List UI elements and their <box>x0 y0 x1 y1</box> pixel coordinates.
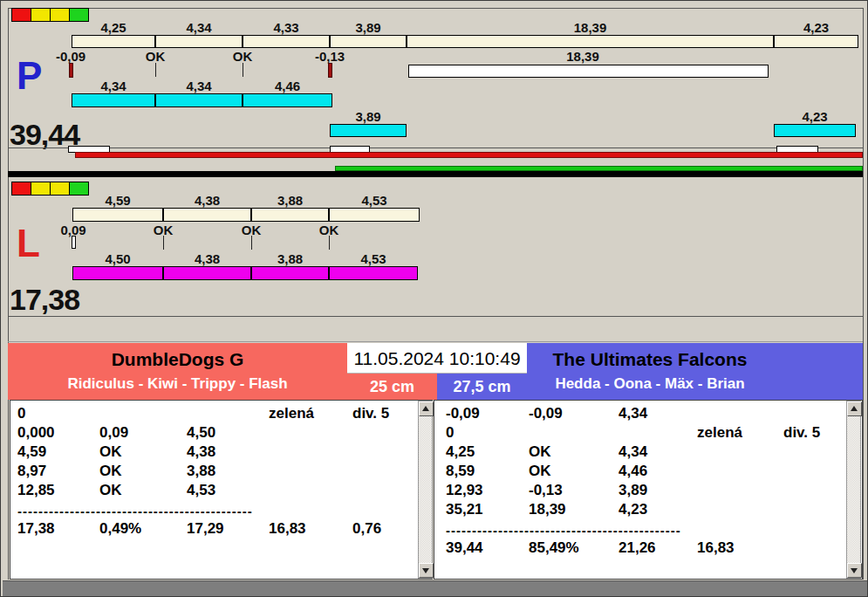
table-cell: div. 5 <box>783 424 820 442</box>
split-time-label: 4,34 <box>155 20 243 35</box>
table-cell: -0,13 <box>529 482 563 499</box>
fault-tick <box>155 63 156 77</box>
split-time-label: 4,33 <box>243 20 330 35</box>
timing-app-window: P 39,44 4,254,344,333,8918,394,23-0,09OK… <box>0 0 868 597</box>
split-bar-segment <box>72 35 155 48</box>
table-cell: 0,09 <box>99 424 128 442</box>
split-bar-segment <box>407 35 774 48</box>
red-bar <box>75 152 863 158</box>
table-cell: 4,38 <box>187 443 215 461</box>
traffic-light-yellow-2 <box>51 182 70 195</box>
split-bar-segment <box>72 93 155 107</box>
table-cell: 4,23 <box>619 501 647 518</box>
traffic-light-yellow-1 <box>31 182 51 195</box>
table-cell: 0,49% <box>99 520 141 538</box>
traffic-light-green <box>70 9 88 21</box>
table-cell: 0,76 <box>352 520 381 538</box>
table-cell: 4,59 <box>17 443 46 461</box>
scrollbar-right[interactable] <box>846 401 861 579</box>
fault-tick <box>163 236 164 250</box>
table-cell: 4,50 <box>187 424 215 442</box>
table-cell: 4,34 <box>619 405 647 422</box>
split-time-label: 18,39 <box>407 20 774 35</box>
p-total-time: 39,44 <box>10 120 79 149</box>
p-lane-label: P <box>17 57 42 95</box>
scroll-up-button[interactable] <box>419 401 434 416</box>
split-bar-segment <box>243 35 330 48</box>
single-time-bar <box>774 124 856 137</box>
table-cell: 17,29 <box>187 520 224 538</box>
separator-line <box>8 148 863 148</box>
green-bar <box>335 166 863 171</box>
split-time-label: 4,50 <box>72 251 163 266</box>
fault-label: OK <box>116 49 195 64</box>
team-name-left: DumbleDogs G <box>8 349 347 370</box>
split-bar-segment <box>330 35 407 48</box>
status-bar <box>3 580 867 597</box>
split-time-label: 4,38 <box>163 193 251 208</box>
traffic-light-red <box>12 182 31 195</box>
table-cell: 35,21 <box>446 501 483 518</box>
scroll-down-button[interactable] <box>419 563 434 578</box>
traffic-light-red <box>12 9 31 21</box>
table-cell: OK <box>529 463 551 480</box>
scroll-up-button[interactable] <box>847 401 862 416</box>
split-time-label: 4,53 <box>329 251 418 266</box>
split-bar-segment <box>243 93 332 107</box>
fault-tick <box>329 236 330 250</box>
split-bar-segment <box>155 35 243 48</box>
fault-label: 18,39 <box>543 49 622 64</box>
split-time-label: 4,23 <box>774 20 858 35</box>
split-bar-segment <box>163 266 251 280</box>
split-bar-segment <box>163 208 251 222</box>
l-total-time: 17,38 <box>10 285 79 314</box>
timestamp-box: 11.05.2024 10:10:49 <box>347 343 527 374</box>
fault-label: -0,13 <box>290 49 369 64</box>
scrollbar-left[interactable] <box>418 401 433 579</box>
split-bar-segment <box>329 208 420 222</box>
table-cell: 39,44 <box>446 539 483 557</box>
table-cell: 8,97 <box>17 463 46 480</box>
fault-label: OK <box>124 223 202 237</box>
table-cell: OK <box>99 443 122 461</box>
frame-top-line <box>8 8 864 9</box>
table-cell: 4,34 <box>619 443 647 461</box>
split-time-label: 3,89 <box>330 20 407 35</box>
table-cell: OK <box>529 443 551 461</box>
section-divider-line <box>8 341 863 342</box>
frame-right-line <box>863 8 864 580</box>
results-table-left: 0zelenádiv. 50,0000,094,504,59OK4,388,97… <box>10 400 433 580</box>
l-traffic-lights <box>11 182 89 196</box>
table-cell: zelená <box>269 405 314 422</box>
traffic-light-yellow-1 <box>31 9 51 21</box>
team-dogs-left: Ridiculus - Kiwi - Trippy - Flash <box>8 375 347 393</box>
split-bar-segment <box>774 35 858 48</box>
fault-tick <box>243 63 243 77</box>
split-bar-segment <box>251 266 329 280</box>
scroll-down-button[interactable] <box>847 563 862 578</box>
split-bar-segment <box>72 208 163 222</box>
table-cell: -0,09 <box>529 405 563 422</box>
separator-line <box>8 316 863 317</box>
fault-tick-white <box>72 236 76 249</box>
table-cell: 0,000 <box>17 424 55 442</box>
split-bar-segment <box>329 266 418 280</box>
table-cell: 0 <box>17 405 25 422</box>
single-time-label: 4,23 <box>774 109 856 124</box>
table-separator-row: ----------------------------------------… <box>17 504 279 518</box>
table-separator-row: ----------------------------------------… <box>446 523 707 538</box>
triangle-up-icon <box>422 406 429 411</box>
table-cell: 12,85 <box>17 482 55 499</box>
split-bar-segment <box>155 93 243 107</box>
split-time-label: 4,34 <box>155 79 243 93</box>
table-cell: 3,88 <box>187 463 215 480</box>
split-time-label: 4,25 <box>72 20 155 35</box>
table-cell: div. 5 <box>352 405 389 422</box>
white-bar <box>330 146 370 153</box>
split-time-label: 4,46 <box>243 79 332 93</box>
table-cell: 21,26 <box>619 539 656 557</box>
results-table-right: -0,09-0,094,340zelenádiv. 54,25OK4,348,5… <box>434 400 863 580</box>
triangle-down-icon <box>851 568 858 573</box>
split-time-label: 3,88 <box>251 193 329 208</box>
table-cell: 4,53 <box>187 482 215 499</box>
